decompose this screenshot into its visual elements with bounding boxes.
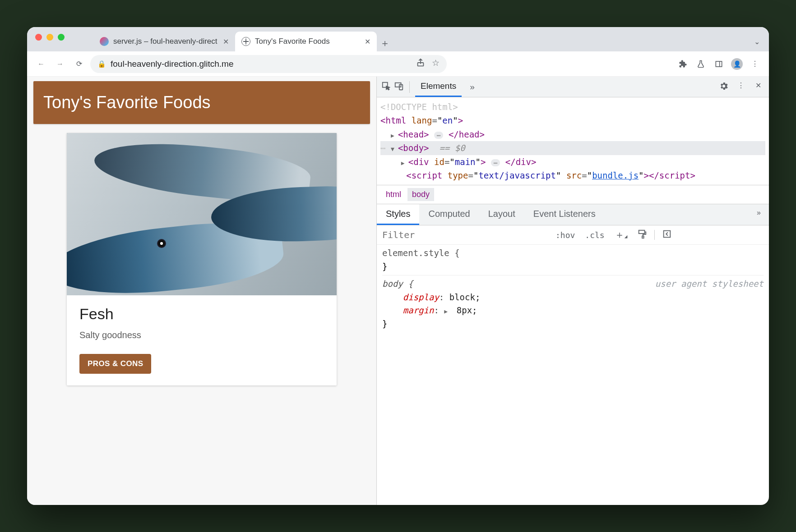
- styles-tab-eventlisteners[interactable]: Event Listeners: [524, 204, 605, 225]
- lock-icon: 🔒: [97, 60, 106, 68]
- profile-avatar[interactable]: 👤: [729, 56, 745, 72]
- devtools-close-icon[interactable]: ✕: [752, 81, 764, 93]
- styles-tabbar: Styles Computed Layout Event Listeners »: [377, 204, 769, 225]
- style-rules[interactable]: element.style { } user agent stylesheet …: [377, 244, 769, 332]
- dom-tree[interactable]: <!DOCTYPE html> <html lang="en"> ▶<head>…: [377, 97, 769, 185]
- pros-cons-button[interactable]: PROS & CONS: [79, 354, 151, 374]
- food-card: Fesh Salty goodness PROS & CONS: [67, 133, 337, 385]
- devtools-panel: Elements » ⋮ ✕ <!DOCTYPE html> <html lan…: [376, 77, 769, 505]
- sidepanel-icon[interactable]: [711, 56, 727, 72]
- share-icon[interactable]: [416, 58, 426, 70]
- element-style-selector: element.style {: [382, 248, 460, 258]
- fullscreen-window-icon[interactable]: [58, 34, 65, 41]
- ellipsis-icon[interactable]: ⋯: [434, 132, 443, 139]
- forward-button[interactable]: →: [52, 56, 68, 72]
- expand-triangle-icon[interactable]: ▶: [401, 159, 408, 168]
- cls-toggle[interactable]: .cls: [582, 229, 607, 241]
- body-selector: body {: [382, 279, 413, 289]
- window-controls: [35, 27, 65, 51]
- tab-label: Tony's Favorite Foods: [255, 37, 360, 46]
- svg-rect-6: [639, 230, 645, 234]
- tab-label: server.js – foul-heavenly-direct: [113, 37, 218, 46]
- dom-script-src-link[interactable]: bundle.js: [592, 170, 639, 180]
- svg-rect-7: [642, 236, 644, 238]
- close-tab-icon[interactable]: ✕: [223, 37, 229, 46]
- toolbar: ← → ⟳ 🔒 foul-heavenly-direction.glitch.m…: [27, 51, 769, 77]
- hov-toggle[interactable]: :hov: [553, 229, 578, 241]
- rendered-page: Tony's Favorite Foods Fesh Salty goodnes…: [27, 77, 376, 505]
- url-text: foul-heavenly-direction.glitch.me: [111, 59, 233, 69]
- close-tab-icon[interactable]: ✕: [365, 37, 370, 46]
- expand-triangle-icon[interactable]: ▶: [444, 307, 451, 316]
- bookmark-star-icon[interactable]: ☆: [432, 58, 440, 70]
- breadcrumb-body[interactable]: body: [407, 188, 434, 201]
- kebab-menu-icon[interactable]: ⋮: [747, 56, 763, 72]
- computed-toggle-icon[interactable]: [659, 228, 675, 242]
- browser-window: server.js – foul-heavenly-direct ✕ Tony'…: [27, 27, 769, 505]
- devtools-tabs-overflow-icon[interactable]: »: [464, 78, 480, 96]
- devtools-tabbar: Elements » ⋮ ✕: [377, 77, 769, 97]
- minimize-window-icon[interactable]: [46, 34, 53, 41]
- breadcrumb-html[interactable]: html: [381, 188, 406, 201]
- styles-tabs-overflow-icon[interactable]: »: [749, 204, 769, 225]
- card-description: Salty goodness: [79, 330, 324, 340]
- address-bar[interactable]: 🔒 foul-heavenly-direction.glitch.me ☆: [90, 55, 447, 73]
- tab-list-chevron-icon[interactable]: ⌄: [754, 37, 760, 46]
- globe-favicon-icon: [241, 37, 250, 46]
- food-image: [67, 133, 337, 295]
- settings-gear-icon[interactable]: [717, 81, 730, 93]
- close-window-icon[interactable]: [35, 34, 42, 41]
- dom-breadcrumbs: html body: [377, 185, 769, 204]
- styles-filter-input[interactable]: [381, 229, 548, 241]
- extensions-icon[interactable]: [675, 56, 690, 72]
- inspect-element-icon[interactable]: [381, 81, 391, 93]
- card-title: Fesh: [79, 305, 324, 323]
- styles-tab-styles[interactable]: Styles: [377, 204, 419, 225]
- styles-tab-layout[interactable]: Layout: [479, 204, 524, 225]
- new-style-rule-icon[interactable]: ＋◢: [612, 227, 630, 243]
- glitch-favicon-icon: [100, 37, 109, 46]
- svg-rect-8: [664, 231, 671, 238]
- devtools-menu-icon[interactable]: ⋮: [735, 81, 747, 93]
- tab-tonys-foods[interactable]: Tony's Favorite Foods ✕: [235, 32, 377, 51]
- ellipsis-icon[interactable]: ⋯: [491, 159, 500, 166]
- back-button[interactable]: ←: [33, 56, 49, 72]
- paint-flashing-icon[interactable]: [634, 228, 650, 242]
- device-toolbar-icon[interactable]: [394, 81, 404, 93]
- styles-tab-computed[interactable]: Computed: [419, 204, 479, 225]
- devtools-tab-elements[interactable]: Elements: [415, 77, 462, 97]
- tab-server-js[interactable]: server.js – foul-heavenly-direct ✕: [93, 32, 235, 51]
- tab-strip: server.js – foul-heavenly-direct ✕ Tony'…: [27, 27, 769, 51]
- page-title: Tony's Favorite Foods: [33, 81, 370, 124]
- ua-stylesheet-note: user agent stylesheet: [655, 277, 764, 290]
- viewport: Tony's Favorite Foods Fesh Salty goodnes…: [27, 77, 769, 505]
- styles-toolbar: :hov .cls ＋◢: [377, 225, 769, 244]
- expand-triangle-icon[interactable]: ▶: [391, 131, 398, 141]
- svg-rect-1: [716, 61, 722, 67]
- reload-button[interactable]: ⟳: [71, 56, 87, 72]
- labs-flask-icon[interactable]: [693, 56, 708, 72]
- new-tab-button[interactable]: ＋: [377, 35, 393, 51]
- dom-selected-body[interactable]: ⋯ ▼<body> == $0: [380, 141, 765, 155]
- dom-doctype: <!DOCTYPE html>: [380, 102, 458, 112]
